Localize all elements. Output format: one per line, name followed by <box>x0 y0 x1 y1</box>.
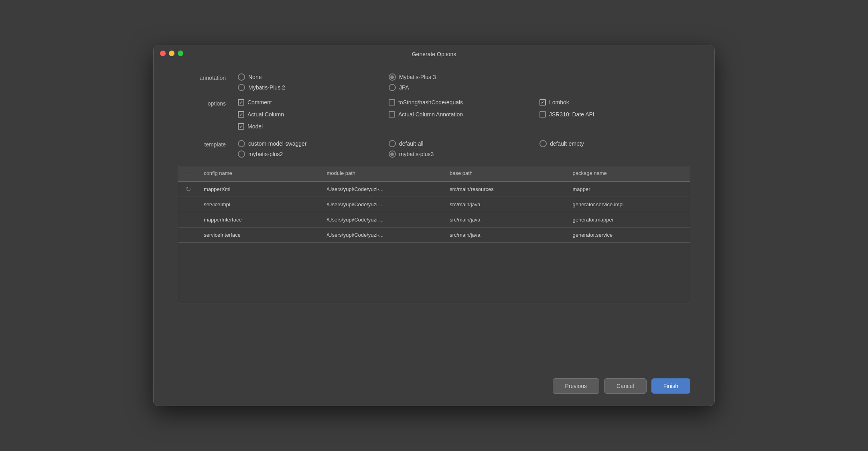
minimize-button[interactable] <box>169 51 174 56</box>
row1-package-name: mapper <box>567 183 690 195</box>
option-model-label: Model <box>247 123 263 130</box>
previous-button[interactable]: Previous <box>553 378 599 394</box>
header-package-name: package name <box>567 166 690 181</box>
row1-action: ↻ <box>178 182 198 196</box>
row4-base-path: src/main/java <box>444 229 567 241</box>
row3-config-name: mapperInterface <box>198 213 321 226</box>
radio-mybatis-plus-2 <box>238 84 245 91</box>
row2-module-path: /Users/yupi/Code/yuzi-... <box>321 198 444 211</box>
template-option-default-all[interactable]: default-all <box>389 140 539 147</box>
title-bar: Generate Options <box>154 45 714 61</box>
generate-options-dialog: Generate Options annotation None Mybatis… <box>153 45 715 406</box>
maximize-button[interactable] <box>178 51 183 56</box>
option-lombok-label: Lombok <box>549 99 569 106</box>
annotation-option-mybatis-plus-2[interactable]: Mybatis-Plus 2 <box>238 84 389 91</box>
refresh-icon: ↻ <box>186 185 191 193</box>
header-config-name: config name <box>198 166 321 181</box>
template-mybatis-plus2-label: mybatis-plus2 <box>248 151 283 157</box>
radio-mybatis-plus3 <box>389 150 396 158</box>
radio-default-all <box>389 140 396 147</box>
radio-mybatis-plus2 <box>238 150 245 158</box>
window-controls <box>160 51 183 56</box>
finish-button[interactable]: Finish <box>651 378 690 394</box>
annotation-row: annotation None Mybatis-Plus 3 Mybatis-P… <box>178 73 690 91</box>
annotation-option-mybatis-plus-3[interactable]: Mybatis-Plus 3 <box>389 73 539 81</box>
row4-action <box>178 232 198 238</box>
dialog-title: Generate Options <box>412 51 456 57</box>
options-label: options <box>178 99 226 107</box>
option-model[interactable]: Model <box>238 123 389 130</box>
radio-mybatis-plus-3 <box>389 73 396 81</box>
annotation-option-none[interactable]: None <box>238 73 389 81</box>
option-actual-column[interactable]: Actual Column <box>238 111 389 118</box>
template-mybatis-plus3-label: mybatis-plus3 <box>399 151 434 157</box>
row3-action <box>178 217 198 223</box>
table-row[interactable]: serviceInterface /Users/yupi/Code/yuzi-.… <box>178 228 690 243</box>
table-row[interactable]: serviceImpl /Users/yupi/Code/yuzi-... sr… <box>178 197 690 212</box>
option-actual-column-annotation[interactable]: Actual Column Annotation <box>389 111 539 118</box>
table-body: ↻ mapperXml /Users/yupi/Code/yuzi-... sr… <box>178 182 690 303</box>
template-radio-group: custom-model-swagger default-all default… <box>238 140 690 158</box>
row1-module-path: /Users/yupi/Code/yuzi-... <box>321 183 444 195</box>
template-option-mybatis-plus2[interactable]: mybatis-plus2 <box>238 150 389 158</box>
row2-config-name: serviceImpl <box>198 198 321 211</box>
config-table: — config name module path base path pack… <box>178 166 690 303</box>
table-empty-space <box>178 243 690 303</box>
option-comment-label: Comment <box>247 99 272 106</box>
header-base-path: base path <box>444 166 567 181</box>
table-header: — config name module path base path pack… <box>178 166 690 182</box>
table-row[interactable]: ↻ mapperXml /Users/yupi/Code/yuzi-... sr… <box>178 182 690 197</box>
radio-jpa <box>389 84 396 91</box>
template-label: template <box>178 140 226 148</box>
row2-action <box>178 201 198 208</box>
template-default-all-label: default-all <box>399 140 424 147</box>
options-checkbox-group: Comment toString/hashCode/equals Lombok … <box>238 99 690 132</box>
row4-module-path: /Users/yupi/Code/yuzi-... <box>321 229 444 241</box>
close-button[interactable] <box>160 51 166 56</box>
checkbox-tostring <box>389 99 395 106</box>
template-option-default-empty[interactable]: default-empty <box>539 140 690 147</box>
option-tostring-label: toString/hashCode/equals <box>398 99 463 106</box>
dialog-footer: Previous Cancel Finish <box>154 370 714 406</box>
cancel-button[interactable]: Cancel <box>604 378 647 394</box>
checkbox-comment <box>238 99 244 106</box>
option-actual-column-annotation-label: Actual Column Annotation <box>398 111 463 118</box>
row4-config-name: serviceInterface <box>198 229 321 241</box>
annotation-mybatis-plus-2-label: Mybatis-Plus 2 <box>248 84 285 91</box>
option-jsr310[interactable]: JSR310: Date API <box>539 111 690 118</box>
annotation-radio-group: None Mybatis-Plus 3 Mybatis-Plus 2 JPA <box>238 73 690 91</box>
table-row[interactable]: mapperInterface /Users/yupi/Code/yuzi-..… <box>178 212 690 228</box>
checkbox-model <box>238 123 244 130</box>
row3-module-path: /Users/yupi/Code/yuzi-... <box>321 213 444 226</box>
radio-none <box>238 73 245 81</box>
row3-base-path: src/main/java <box>444 213 567 226</box>
annotation-label: annotation <box>178 73 226 81</box>
option-tostring[interactable]: toString/hashCode/equals <box>389 99 539 106</box>
option-lombok[interactable]: Lombok <box>539 99 690 106</box>
checkbox-actual-column-annotation <box>389 111 395 118</box>
row2-base-path: src/main/java <box>444 198 567 211</box>
table-container: — config name module path base path pack… <box>178 166 690 303</box>
row4-package-name: generator.service <box>567 229 690 241</box>
radio-custom-model-swagger <box>238 140 245 147</box>
checkbox-lombok <box>539 99 546 106</box>
minus-icon: — <box>185 170 191 177</box>
template-custom-model-swagger-label: custom-model-swagger <box>248 140 307 147</box>
row3-package-name: generator.mapper <box>567 213 690 226</box>
dialog-body: annotation None Mybatis-Plus 3 Mybatis-P… <box>154 61 714 370</box>
template-option-mybatis-plus3[interactable]: mybatis-plus3 <box>389 150 539 158</box>
row1-config-name: mapperXml <box>198 183 321 195</box>
option-jsr310-label: JSR310: Date API <box>549 111 594 118</box>
annotation-option-jpa[interactable]: JPA <box>389 84 539 91</box>
row1-base-path: src/main/resources <box>444 183 567 195</box>
radio-default-empty <box>539 140 547 147</box>
template-option-custom-model-swagger[interactable]: custom-model-swagger <box>238 140 389 147</box>
header-module-path: module path <box>321 166 444 181</box>
annotation-mybatis-plus-3-label: Mybatis-Plus 3 <box>399 74 436 80</box>
checkbox-jsr310 <box>539 111 546 118</box>
option-comment[interactable]: Comment <box>238 99 389 106</box>
template-row: template custom-model-swagger default-al… <box>178 140 690 158</box>
row2-package-name: generator.service.impl <box>567 198 690 211</box>
header-action: — <box>178 166 198 181</box>
annotation-none-label: None <box>248 74 262 80</box>
